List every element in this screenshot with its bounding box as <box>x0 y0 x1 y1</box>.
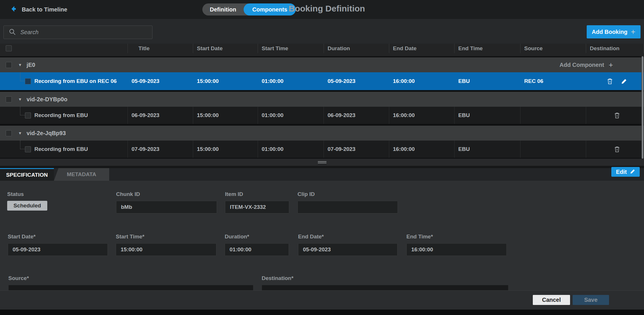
page-title: Booking Definition <box>289 4 365 13</box>
cell-source: EBU <box>455 141 520 158</box>
destination-label: Destination* <box>262 275 508 281</box>
field-source: Source* <box>8 275 253 290</box>
column-header-end-time: End Time <box>455 44 520 53</box>
group-checkbox[interactable] <box>6 62 12 68</box>
group-row-vid-2e-dybp0o[interactable]: ▼vid-2e-DYBp0o <box>0 92 644 107</box>
cell-start-time: 15:00:00 <box>193 141 258 158</box>
field-item-id: Item ID <box>225 191 289 213</box>
source-input[interactable] <box>8 285 253 290</box>
cell-end-date: 05-09-2023 <box>324 72 389 90</box>
chevron-down-icon[interactable]: ▼ <box>18 97 22 102</box>
add-booking-label: Add Booking <box>592 29 627 35</box>
group-checkbox[interactable] <box>6 130 12 136</box>
component-actions-cell <box>586 107 644 124</box>
source-label: Source* <box>8 275 253 281</box>
component-title-cell: Recording from EBU <box>0 141 128 158</box>
start-date-input[interactable] <box>8 243 108 256</box>
tab-metadata[interactable]: METADATA <box>54 168 109 181</box>
cell-end-date: 07-09-2023 <box>324 141 389 158</box>
component-row[interactable]: Recording from EBU06-09-202315:00:0001:0… <box>0 107 644 124</box>
end-date-label: End Date* <box>298 234 398 240</box>
select-all-checkbox[interactable] <box>6 45 12 51</box>
component-title-cell: Recording from EBU on REC 06 <box>0 72 128 90</box>
cell-end-time: 16:00:00 <box>389 72 455 90</box>
edit-button[interactable]: Edit <box>611 167 640 177</box>
search-input[interactable] <box>20 29 141 36</box>
column-header-destination: Destination <box>586 44 644 53</box>
start-time-input[interactable] <box>116 243 216 256</box>
toggle-definition[interactable]: Definition <box>202 6 244 13</box>
search-box[interactable] <box>3 26 152 39</box>
duration-input[interactable] <box>225 243 289 256</box>
trash-icon[interactable] <box>607 78 613 85</box>
chunk-id-input[interactable] <box>116 201 217 213</box>
column-header-source: Source <box>520 44 586 53</box>
add-component-button[interactable]: Add Component+ <box>559 61 613 69</box>
cell-duration: 01:00:00 <box>258 141 324 158</box>
bottom-strip <box>0 310 644 315</box>
trash-icon[interactable] <box>614 146 620 153</box>
component-checkbox[interactable] <box>25 112 31 118</box>
chunk-id-label: Chunk ID <box>116 191 217 197</box>
column-header-start-date: Start Date <box>193 44 258 53</box>
item-id-input[interactable] <box>225 201 289 213</box>
tree-connector <box>20 107 25 115</box>
add-booking-button[interactable]: Add Booking + <box>587 25 641 38</box>
component-title: Recording from EBU <box>34 146 88 152</box>
column-header-label: Start Date <box>197 45 223 52</box>
column-header-label: Source <box>524 45 543 52</box>
cell-destination: REC 06 <box>520 72 586 90</box>
column-header-label: Title <box>138 45 150 52</box>
duration-label: Duration* <box>225 234 289 240</box>
field-chunk-id: Chunk ID <box>116 191 217 213</box>
scrollbar-thumb[interactable] <box>642 56 643 159</box>
view-toggle: Definition Components <box>202 3 296 15</box>
pencil-icon[interactable] <box>621 78 627 85</box>
cell-source: EBU <box>455 72 520 90</box>
vertical-scrollbar[interactable] <box>641 56 644 159</box>
pencil-icon <box>630 169 635 175</box>
end-date-input[interactable] <box>298 243 398 256</box>
cell-start-date: 06-09-2023 <box>128 107 193 124</box>
column-header-title: Title <box>128 44 193 53</box>
component-title-cell: Recording from EBU <box>0 107 128 124</box>
resize-handle-icon[interactable] <box>318 161 326 163</box>
end-time-label: End Time* <box>406 234 507 240</box>
end-time-input[interactable] <box>406 243 507 256</box>
component-checkbox[interactable] <box>25 146 31 152</box>
component-actions-cell <box>586 141 644 158</box>
booking-definition-app: Back to Timeline Definition Components B… <box>0 0 644 315</box>
field-clip-id: Clip ID <box>297 191 398 213</box>
cell-duration: 01:00:00 <box>258 107 324 124</box>
destination-input[interactable] <box>262 285 508 290</box>
component-row[interactable]: Recording from EBU on REC 0605-09-202315… <box>0 72 644 90</box>
cancel-button[interactable]: Cancel <box>533 295 570 305</box>
trash-icon[interactable] <box>614 112 620 119</box>
component-actions-cell <box>586 72 644 90</box>
back-to-timeline-button[interactable]: Back to Timeline <box>11 6 67 13</box>
group-row-je0[interactable]: ▼jE0Add Component+ <box>0 57 644 72</box>
cell-end-date: 06-09-2023 <box>324 107 389 124</box>
field-start-time: Start Time* <box>116 234 216 256</box>
chevron-down-icon[interactable]: ▼ <box>18 63 22 67</box>
toggle-components[interactable]: Components <box>244 3 296 15</box>
cell-duration: 01:00:00 <box>258 72 324 90</box>
chevron-down-icon[interactable]: ▼ <box>18 131 22 135</box>
field-end-time: End Time* <box>406 234 507 256</box>
clip-id-input[interactable] <box>297 201 398 213</box>
group-row-vid-2e-jqbp93[interactable]: ▼vid-2e-JqBp93 <box>0 126 644 141</box>
field-end-date: End Date* <box>298 234 398 256</box>
table-header-row: TitleStart DateStart TimeDurationEnd Dat… <box>0 44 644 56</box>
component-checkbox[interactable] <box>25 78 31 84</box>
save-button[interactable]: Save <box>573 295 609 305</box>
cell-end-time: 16:00:00 <box>389 141 455 158</box>
back-arrow-icon <box>11 6 18 13</box>
back-to-timeline-label: Back to Timeline <box>22 6 67 13</box>
tree-connector <box>20 141 25 149</box>
panel-splitter <box>0 159 644 166</box>
group-checkbox[interactable] <box>6 96 12 102</box>
tab-specification[interactable]: SPECIFICATION <box>0 168 54 181</box>
component-title: Recording from EBU <box>34 112 88 118</box>
field-start-date: Start Date* <box>8 234 108 256</box>
component-row[interactable]: Recording from EBU07-09-202315:00:0001:0… <box>0 141 644 158</box>
